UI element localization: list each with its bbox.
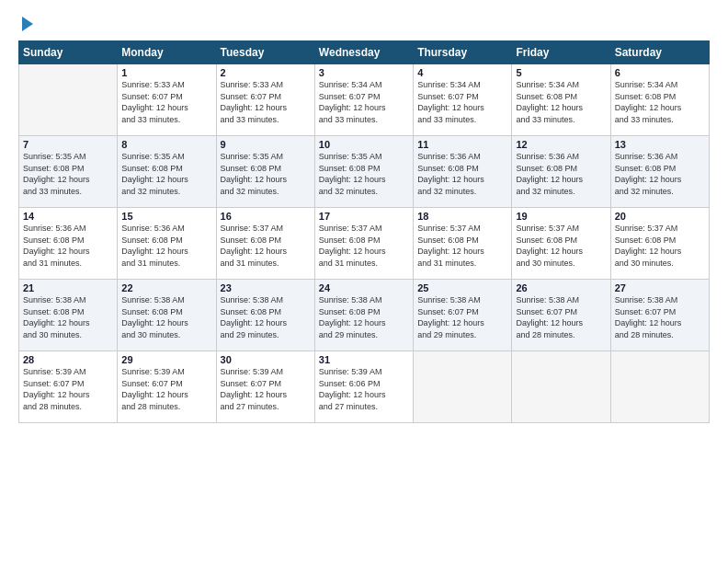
- day-number: 20: [615, 211, 705, 222]
- day-info: Sunrise: 5:37 AM Sunset: 6:08 PM Dayligh…: [417, 224, 484, 268]
- week-row-1: 1Sunrise: 5:33 AM Sunset: 6:07 PM Daylig…: [19, 64, 710, 136]
- day-number: 22: [121, 282, 211, 293]
- day-number: 15: [121, 211, 211, 222]
- day-number: 7: [23, 139, 113, 150]
- calendar-cell: 30Sunrise: 5:39 AM Sunset: 6:07 PM Dayli…: [216, 351, 314, 423]
- day-info: Sunrise: 5:39 AM Sunset: 6:07 PM Dayligh…: [121, 367, 188, 411]
- day-number: 29: [121, 354, 211, 365]
- day-number: 28: [23, 354, 113, 365]
- page: SundayMondayTuesdayWednesdayThursdayFrid…: [0, 0, 728, 563]
- day-number: 13: [615, 139, 705, 150]
- day-number: 10: [319, 139, 409, 150]
- day-info: Sunrise: 5:37 AM Sunset: 6:08 PM Dayligh…: [221, 224, 288, 268]
- calendar-cell: [414, 351, 512, 423]
- calendar-cell: 14Sunrise: 5:36 AM Sunset: 6:08 PM Dayli…: [19, 208, 118, 280]
- calendar-cell: 19Sunrise: 5:37 AM Sunset: 6:08 PM Dayli…: [512, 208, 610, 280]
- day-number: 19: [516, 211, 606, 222]
- day-info: Sunrise: 5:39 AM Sunset: 6:06 PM Dayligh…: [319, 367, 386, 411]
- calendar-cell: 17Sunrise: 5:37 AM Sunset: 6:08 PM Dayli…: [314, 208, 413, 280]
- day-header-sunday: Sunday: [19, 41, 118, 64]
- calendar-table: SundayMondayTuesdayWednesdayThursdayFrid…: [18, 40, 710, 423]
- header: [18, 17, 710, 31]
- day-number: 30: [221, 354, 311, 365]
- week-row-2: 7Sunrise: 5:35 AM Sunset: 6:08 PM Daylig…: [19, 136, 710, 208]
- day-number: 11: [417, 139, 507, 150]
- day-info: Sunrise: 5:34 AM Sunset: 6:07 PM Dayligh…: [417, 80, 484, 124]
- day-info: Sunrise: 5:38 AM Sunset: 6:07 PM Dayligh…: [615, 295, 682, 339]
- calendar-cell: [512, 351, 610, 423]
- day-header-monday: Monday: [118, 41, 216, 64]
- day-number: 12: [516, 139, 606, 150]
- day-info: Sunrise: 5:36 AM Sunset: 6:08 PM Dayligh…: [121, 224, 188, 268]
- day-number: 1: [121, 67, 211, 78]
- calendar-cell: 24Sunrise: 5:38 AM Sunset: 6:08 PM Dayli…: [314, 280, 413, 351]
- day-number: 4: [417, 67, 507, 78]
- day-header-thursday: Thursday: [414, 41, 512, 64]
- day-info: Sunrise: 5:35 AM Sunset: 6:08 PM Dayligh…: [23, 152, 90, 196]
- day-info: Sunrise: 5:39 AM Sunset: 6:07 PM Dayligh…: [221, 367, 288, 411]
- calendar-cell: 13Sunrise: 5:36 AM Sunset: 6:08 PM Dayli…: [610, 136, 709, 208]
- calendar-cell: 26Sunrise: 5:38 AM Sunset: 6:07 PM Dayli…: [512, 280, 610, 351]
- calendar-cell: 18Sunrise: 5:37 AM Sunset: 6:08 PM Dayli…: [414, 208, 512, 280]
- week-row-5: 28Sunrise: 5:39 AM Sunset: 6:07 PM Dayli…: [19, 351, 710, 423]
- day-number: 3: [319, 67, 409, 78]
- day-number: 2: [221, 67, 311, 78]
- calendar-cell: 4Sunrise: 5:34 AM Sunset: 6:07 PM Daylig…: [414, 64, 512, 136]
- day-number: 14: [23, 211, 113, 222]
- day-number: 31: [319, 354, 409, 365]
- day-info: Sunrise: 5:34 AM Sunset: 6:07 PM Dayligh…: [319, 80, 386, 124]
- calendar-cell: 3Sunrise: 5:34 AM Sunset: 6:07 PM Daylig…: [314, 64, 413, 136]
- calendar-cell: 8Sunrise: 5:35 AM Sunset: 6:08 PM Daylig…: [118, 136, 216, 208]
- day-info: Sunrise: 5:38 AM Sunset: 6:08 PM Dayligh…: [221, 295, 288, 339]
- day-header-tuesday: Tuesday: [216, 41, 314, 64]
- day-number: 16: [221, 211, 311, 222]
- day-info: Sunrise: 5:35 AM Sunset: 6:08 PM Dayligh…: [221, 152, 288, 196]
- calendar-cell: 20Sunrise: 5:37 AM Sunset: 6:08 PM Dayli…: [610, 208, 709, 280]
- day-info: Sunrise: 5:37 AM Sunset: 6:08 PM Dayligh…: [615, 224, 682, 268]
- calendar-cell: 29Sunrise: 5:39 AM Sunset: 6:07 PM Dayli…: [118, 351, 216, 423]
- day-info: Sunrise: 5:38 AM Sunset: 6:08 PM Dayligh…: [23, 295, 90, 339]
- day-info: Sunrise: 5:34 AM Sunset: 6:08 PM Dayligh…: [516, 80, 583, 124]
- day-number: 26: [516, 282, 606, 293]
- day-number: 5: [516, 67, 606, 78]
- day-info: Sunrise: 5:36 AM Sunset: 6:08 PM Dayligh…: [615, 152, 682, 196]
- day-header-saturday: Saturday: [610, 41, 709, 64]
- calendar-cell: 12Sunrise: 5:36 AM Sunset: 6:08 PM Dayli…: [512, 136, 610, 208]
- calendar-cell: 25Sunrise: 5:38 AM Sunset: 6:07 PM Dayli…: [414, 280, 512, 351]
- calendar-cell: 15Sunrise: 5:36 AM Sunset: 6:08 PM Dayli…: [118, 208, 216, 280]
- week-row-4: 21Sunrise: 5:38 AM Sunset: 6:08 PM Dayli…: [19, 280, 710, 351]
- calendar-cell: 1Sunrise: 5:33 AM Sunset: 6:07 PM Daylig…: [118, 64, 216, 136]
- day-info: Sunrise: 5:39 AM Sunset: 6:07 PM Dayligh…: [23, 367, 90, 411]
- day-number: 21: [23, 282, 113, 293]
- calendar-cell: [19, 64, 118, 136]
- week-row-3: 14Sunrise: 5:36 AM Sunset: 6:08 PM Dayli…: [19, 208, 710, 280]
- calendar-cell: 31Sunrise: 5:39 AM Sunset: 6:06 PM Dayli…: [314, 351, 413, 423]
- day-number: 8: [121, 139, 211, 150]
- calendar-cell: 21Sunrise: 5:38 AM Sunset: 6:08 PM Dayli…: [19, 280, 118, 351]
- day-number: 6: [615, 67, 705, 78]
- day-info: Sunrise: 5:36 AM Sunset: 6:08 PM Dayligh…: [23, 224, 90, 268]
- calendar-cell: 16Sunrise: 5:37 AM Sunset: 6:08 PM Dayli…: [216, 208, 314, 280]
- day-header-friday: Friday: [512, 41, 610, 64]
- day-info: Sunrise: 5:34 AM Sunset: 6:08 PM Dayligh…: [615, 80, 682, 124]
- logo-arrow-icon: [22, 17, 33, 31]
- calendar-cell: 22Sunrise: 5:38 AM Sunset: 6:08 PM Dayli…: [118, 280, 216, 351]
- day-info: Sunrise: 5:37 AM Sunset: 6:08 PM Dayligh…: [319, 224, 386, 268]
- calendar-cell: 9Sunrise: 5:35 AM Sunset: 6:08 PM Daylig…: [216, 136, 314, 208]
- calendar-cell: 7Sunrise: 5:35 AM Sunset: 6:08 PM Daylig…: [19, 136, 118, 208]
- day-number: 24: [319, 282, 409, 293]
- calendar-cell: 28Sunrise: 5:39 AM Sunset: 6:07 PM Dayli…: [19, 351, 118, 423]
- day-info: Sunrise: 5:36 AM Sunset: 6:08 PM Dayligh…: [516, 152, 583, 196]
- calendar-cell: 6Sunrise: 5:34 AM Sunset: 6:08 PM Daylig…: [610, 64, 709, 136]
- day-info: Sunrise: 5:38 AM Sunset: 6:07 PM Dayligh…: [417, 295, 484, 339]
- day-info: Sunrise: 5:33 AM Sunset: 6:07 PM Dayligh…: [121, 80, 188, 124]
- day-number: 9: [221, 139, 311, 150]
- day-info: Sunrise: 5:37 AM Sunset: 6:08 PM Dayligh…: [516, 224, 583, 268]
- calendar-cell: 5Sunrise: 5:34 AM Sunset: 6:08 PM Daylig…: [512, 64, 610, 136]
- day-number: 27: [615, 282, 705, 293]
- day-number: 23: [221, 282, 311, 293]
- day-info: Sunrise: 5:35 AM Sunset: 6:08 PM Dayligh…: [121, 152, 188, 196]
- calendar-cell: 11Sunrise: 5:36 AM Sunset: 6:08 PM Dayli…: [414, 136, 512, 208]
- day-number: 18: [417, 211, 507, 222]
- calendar-cell: 23Sunrise: 5:38 AM Sunset: 6:08 PM Dayli…: [216, 280, 314, 351]
